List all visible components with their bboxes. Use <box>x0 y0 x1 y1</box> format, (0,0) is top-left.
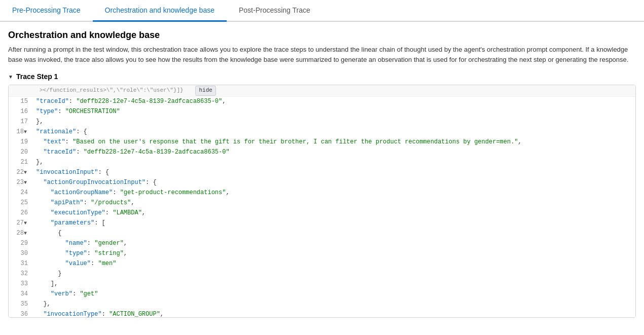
table-row: 30 "type": "string", <box>9 249 635 259</box>
tab-bar: Pre-Processing Trace Orchestration and k… <box>0 0 644 22</box>
table-row: 33 ], <box>9 279 635 289</box>
table-row: 19 "text": "Based on the user's response… <box>9 137 635 147</box>
hide-badge[interactable]: hide <box>195 86 216 96</box>
table-row: 36 "invocationType": "ACTION_GROUP", <box>9 310 635 318</box>
table-row: 24 "actionGroupName": "get-product-recom… <box>9 188 635 198</box>
table-row: 31 "value": "men" <box>9 259 635 269</box>
table-row: 17 }, <box>9 117 635 127</box>
page-title: Orchestration and knowledge base <box>8 30 636 41</box>
table-row: 18▼ "rationale": { <box>9 127 635 137</box>
code-container[interactable]: ></function_results>\",\"role\":\"user\"… <box>8 85 636 318</box>
trace-arrow-icon: ▼ <box>8 74 13 80</box>
truncated-line: ></function_results>\",\"role\":\"user\"… <box>9 85 635 97</box>
table-row: 32 } <box>9 269 635 279</box>
tab-pre-processing[interactable]: Pre-Processing Trace <box>0 0 93 22</box>
main-content: Orchestration and knowledge base After r… <box>0 22 644 318</box>
trace-step-label: Trace Step 1 <box>16 72 58 81</box>
table-row: 35 }, <box>9 300 635 310</box>
table-row: 25 "apiPath": "/products", <box>9 198 635 208</box>
table-row: 21 }, <box>9 158 635 168</box>
tab-post-processing[interactable]: Post-Processing Trace <box>227 0 323 22</box>
table-row: 29 "name": "gender", <box>9 239 635 249</box>
table-row: 22▼ "invocationInput": { <box>9 168 635 178</box>
table-row: 26 "executionType": "LAMBDA", <box>9 208 635 218</box>
trace-step-header[interactable]: ▼ Trace Step 1 <box>8 72 636 81</box>
table-row: 23▼ "actionGroupInvocationInput": { <box>9 178 635 188</box>
table-row: 15 "traceId": "deffb228-12e7-4c5a-8139-2… <box>9 97 635 107</box>
table-row: 28▼ { <box>9 229 635 239</box>
tab-orchestration[interactable]: Orchestration and knowledge base <box>93 0 227 22</box>
page-description: After running a prompt in the test windo… <box>8 45 636 64</box>
table-row: 16 "type": "ORCHESTRATION" <box>9 107 635 117</box>
table-row: 27▼ "parameters": [ <box>9 218 635 229</box>
table-row: 20 "traceId": "deffb228-12e7-4c5a-8139-2… <box>9 147 635 158</box>
table-row: 34 "verb": "get" <box>9 289 635 300</box>
